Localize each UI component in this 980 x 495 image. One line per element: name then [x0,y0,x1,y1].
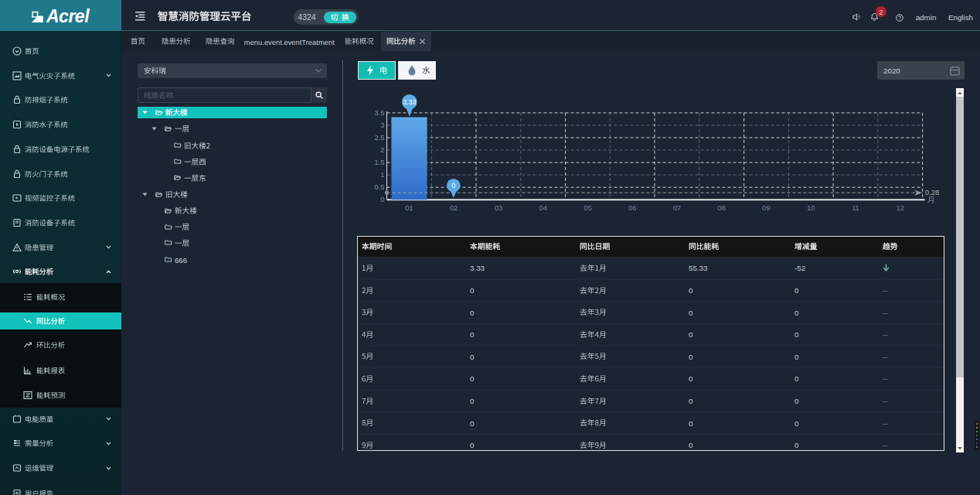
svg-text:3.33: 3.33 [403,98,417,106]
svg-text:0: 0 [452,182,456,189]
